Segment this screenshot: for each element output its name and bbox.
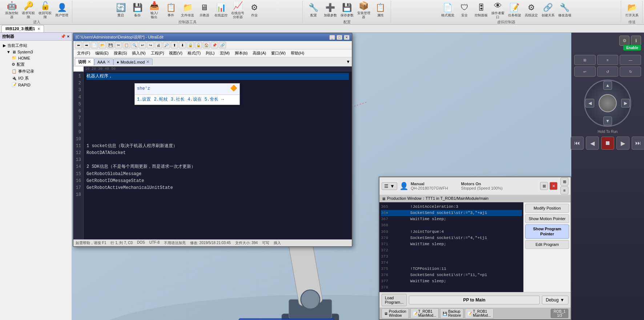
ue-tb-open[interactable]: 📂 [99,42,106,48]
ue-tab-module[interactable]: ● Module1.mod ✕ [113,58,153,65]
ue-tb-find[interactable]: 🔍 [131,42,138,48]
ue-tb-undo[interactable]: ↩ [139,42,146,48]
ue-tb-up[interactable]: ⬆ [171,42,178,48]
ue-tb-cut[interactable]: ✂ [115,42,122,48]
online-monitor-button[interactable]: 📊 在线监控 [213,1,229,19]
joystick-down-btn[interactable]: ▼ [603,117,612,125]
viewport-3d[interactable]: [C:\Users\Administrator\Desktop\说明*] - U… [72,33,644,320]
rp-menu-btn[interactable]: ☰ ▼ [382,182,397,190]
rp-close-btn[interactable]: ✕ [550,182,558,190]
ue-minimize-btn[interactable]: _ [329,35,335,40]
ue-tb-down[interactable]: ⬇ [179,42,186,48]
ue-autocomplete-popup[interactable]: she'z 🔶 1.设置 2.蛇杖 3.社长 4.设在 5.舍长 → [134,83,240,105]
js-settings-btn[interactable]: ⚙ [619,36,629,46]
io-button[interactable]: 📥 输入/输出 [146,1,162,19]
ue-code-area[interactable]: 机器人程序， 1 socket信息（取决于机器人程序刷新速度） RobotDAT… [84,72,352,239]
js-prev-btn[interactable]: ⏮ [571,137,584,150]
ue-tab-aaa-close[interactable]: ✕ [107,60,110,64]
ue-ac-item-1[interactable]: 1.设置 [137,96,151,103]
ue-ac-item-2[interactable]: 2.蛇杖 [154,96,168,103]
tree-item-io[interactable]: 🔌 I/O 系 [1,75,70,82]
release-permission-button[interactable]: 🔓 收回写权限 [37,1,53,19]
ue-tb-save[interactable]: 💾 [107,42,114,48]
create-relation-button[interactable]: 🔗 创建关系 [540,1,556,19]
js-action-5[interactable]: ↺ [597,66,619,77]
safety-button[interactable]: 🛡 安全 [456,1,472,19]
ue-tab-scroll-btn[interactable]: ▼ [346,59,350,64]
js-action-3[interactable]: — [620,55,641,65]
online-analyzer-button[interactable]: 📈 在线信号分析器 [230,1,246,19]
ue-tb-pin[interactable]: 📌 [211,42,218,48]
ue-tab-aaa[interactable]: AAA ✕ [94,58,113,65]
ue-maximize-btn[interactable]: □ [337,35,342,40]
js-rewind-btn[interactable]: ◀ [586,137,599,150]
rp-edit-program-btn[interactable]: Edit Program [525,240,569,249]
ue-ac-item-4[interactable]: 4.设在 [188,96,201,103]
user-management-button[interactable]: 👤 用户管理 [54,1,70,19]
file-transfer-button[interactable]: 📁 文件传送 [180,1,196,19]
ue-tb-link[interactable]: 🔗 [219,42,226,48]
configure-button[interactable]: 🔧 配置 [306,1,322,19]
modify-options-button[interactable]: 🔧 修改选项 [557,1,573,19]
ue-menu-edit[interactable]: 编辑(E) [93,50,111,57]
rp-task-backup-restore[interactable]: 💾 BackupRestore [440,308,463,319]
open-close-button[interactable]: 📂 打开关系 [624,1,640,19]
rp-show-program-pointer-btn[interactable]: Show Program Pointer [525,224,569,239]
joystick-left-btn[interactable]: ◀ [585,99,594,108]
ue-menu-view[interactable]: 视图(V) [167,50,185,57]
save-params-button[interactable]: 💾 保存参数 [339,1,355,19]
js-stop-btn[interactable]: ⏹ [601,137,614,150]
ue-editor[interactable]: 12345 678910 1112131415 161718 机器人程序， [73,72,352,239]
ue-tb-unlock[interactable]: 🔓 [195,42,202,48]
js-action-4[interactable]: ↩ [574,66,596,77]
rp-load-btn[interactable]: LoadProgram... [382,294,407,306]
rp-pp-main-btn[interactable]: PP to Main [409,296,539,304]
ue-tb-back[interactable]: ⬅ [75,42,82,48]
ue-menu-project[interactable]: 工程(P) [149,50,166,57]
ue-menu-script[interactable]: 脚本(b) [233,50,250,57]
rp-task-production-window[interactable]: 🖥 ProductionWindow [382,308,409,319]
ue-menu-format[interactable]: 格式(T) [185,50,203,57]
js-action-2[interactable]: ≡ [597,55,619,65]
ue-tab-shuoming-close[interactable]: ✕ [88,60,91,64]
advanced-setup-button[interactable]: ⚙ 高线设定 [523,1,539,19]
rp-modify-position-btn[interactable]: Modify Position [525,204,569,212]
ue-tb-home[interactable]: 🏠 [203,42,210,48]
events-button[interactable]: 📋 事件 [163,1,179,19]
ue-tab-module-close[interactable]: ✕ [146,60,149,64]
ue-tab-shuoming[interactable]: 说明 ✕ [75,58,94,65]
tree-item-events[interactable]: 📋 事件记录 [1,68,70,75]
rp-task-t-rob1-main[interactable]: 📝 T_ROB1MainMod... [410,308,439,319]
control-panel-button[interactable]: 🎛 控制面板 [473,1,489,19]
ue-menu-column[interactable]: 列(L) [204,50,217,57]
ue-ac-item-5[interactable]: 5.舍长 [205,96,218,103]
add-controller-button[interactable]: 🤖 添加控制器 [4,1,20,19]
demonstrator-button[interactable]: 🖥 示教器 [196,1,212,19]
request-permission-button[interactable]: 🔑 请求写权限 [20,1,36,19]
ue-tb-fwd[interactable]: ➡ [83,42,90,48]
ue-close-btn[interactable]: ✕ [344,35,350,40]
rp-code-view[interactable]: 365 !JointAcceleration:3 36● SocketSend … [379,202,523,292]
task-manager-button[interactable]: 📝 任务框架 [507,1,523,19]
js-next-btn[interactable]: ⏭ [632,137,644,150]
ue-menu-insert[interactable]: 插入(N) [130,50,148,57]
format-view-button[interactable]: 📄 格式视觉 [440,1,456,19]
install-manager-button[interactable]: 📦 安装管理器 [356,1,372,19]
joystick-right-btn[interactable]: ▶ [621,99,630,108]
add-params-button[interactable]: ➕ 加载参数 [322,1,338,19]
ue-menu-file[interactable]: 文件(F) [75,50,92,57]
restart-button[interactable]: 🔄 重启 [113,1,129,19]
ue-ac-item-3[interactable]: 3.社长 [171,96,185,103]
tree-item-rapid[interactable]: 📝 RAPID [1,82,70,88]
tree-item-configure[interactable]: ⚙ 配置 [1,61,70,68]
tree-item-system3[interactable]: ▼ 🖥 System3 [1,49,70,55]
backup-button[interactable]: 💾 备份 [129,1,145,19]
ue-menu-search[interactable]: 搜索(S) [112,50,129,57]
properties-button[interactable]: 📋 属性 [373,1,389,19]
ue-tb-new[interactable]: 📄 [91,42,98,48]
tab-view1[interactable]: IRB120_3:视图1 × [1,25,44,32]
tree-root[interactable]: ▶ 当前工作站 [1,42,70,49]
tree-item-home[interactable]: 📁 HOME [1,55,70,61]
ue-tb-redo[interactable]: ↪ [147,42,154,48]
ue-tb-copy[interactable]: 📋 [123,42,130,48]
